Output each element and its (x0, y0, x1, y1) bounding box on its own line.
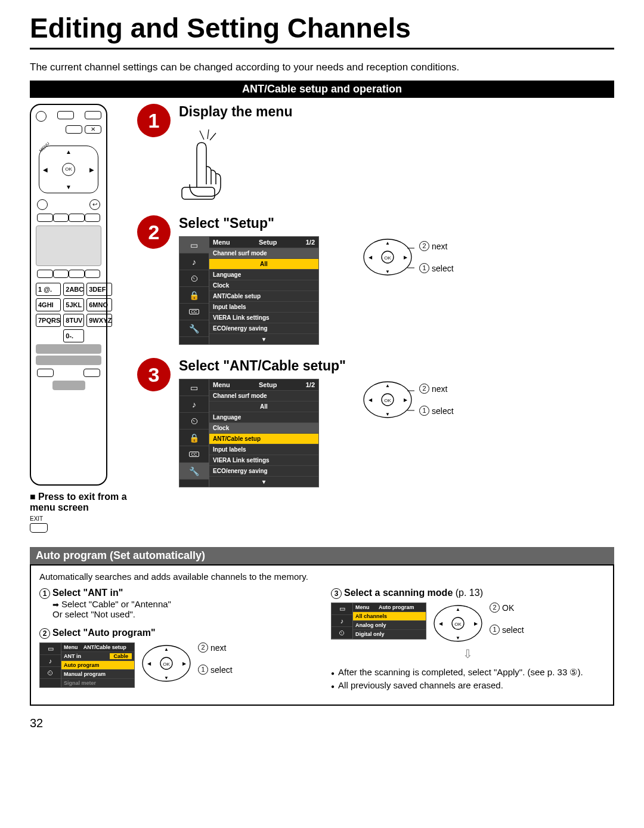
step-1-title: Display the menu (179, 104, 614, 120)
timer-icon: ⏲ (40, 667, 61, 679)
svg-text:◀: ◀ (369, 397, 373, 403)
svg-text:◀: ◀ (369, 255, 373, 260)
setup-icon: 🔧 (179, 320, 209, 337)
svg-text:▶: ▶ (182, 661, 187, 666)
svg-text:◀: ◀ (147, 661, 151, 666)
section-bar: ANT/Cable setup and operation (30, 81, 614, 98)
remote-keypad: 1 @.2ABC3DEF 4GHI5JKL6MNO 7PQRS8TUV9WXYZ… (36, 283, 101, 342)
audio-icon: ♪ (332, 615, 352, 627)
setup-icon: 🔧 (179, 463, 209, 480)
dpad-next: next (432, 242, 447, 251)
svg-rect-0 (182, 187, 215, 199)
svg-text:OK: OK (384, 398, 391, 403)
step-3-badge: 3 (137, 358, 171, 391)
substep-1-title: Select "ANT in" (52, 588, 123, 598)
svg-text:▼: ▼ (164, 675, 169, 681)
ant-cable-menu: ▭ ♪ ⏲ MenuANT/Cable setup ANT inCable Au… (39, 642, 135, 688)
auto-program-bar: Auto program (Set automatically) (30, 547, 614, 564)
dpad-icon: OK▲▼◀▶ (361, 379, 414, 421)
timer-icon: ⏲ (332, 627, 352, 639)
picture-icon: ▭ (179, 237, 209, 254)
menu-label: MENU (39, 141, 51, 153)
lock-icon: 🔒 (179, 430, 209, 446)
picture-icon: ▭ (179, 379, 209, 396)
step-2-title: Select "Setup" (179, 215, 614, 231)
cc-icon: CC (179, 304, 209, 320)
page-title: Editing and Setting Channels (30, 12, 614, 50)
svg-text:▶: ▶ (474, 621, 478, 626)
note-1: After the scanning is completed, select … (331, 667, 605, 678)
remote-dpad: MENU ▲▼◀▶ OK (39, 146, 98, 193)
cc-icon: CC (179, 446, 209, 463)
svg-text:◀: ◀ (439, 621, 443, 626)
step-2-badge: 2 (137, 215, 171, 249)
svg-text:OK: OK (384, 255, 391, 261)
substep-2-title: Select "Auto program" (52, 628, 156, 638)
picture-icon: ▭ (40, 643, 61, 655)
down-arrow-icon: ⇩ (331, 647, 605, 661)
auto-program-desc: Automatically searches and adds availabl… (39, 571, 605, 582)
dpad-select: select (432, 264, 454, 273)
svg-text:▲: ▲ (385, 383, 390, 388)
svg-text:▲: ▲ (385, 240, 390, 246)
svg-text:▶: ▶ (404, 397, 408, 403)
setup-menu-panel-2: ▭ ♪ ⏲ 🔒 CC 🔧 MenuSetup1/2 Channel surf m… (179, 379, 319, 487)
dpad-icon: OK▲▼◀▶ (431, 603, 485, 644)
timer-icon: ⏲ (179, 270, 209, 287)
note-2: All previously saved channels are erased… (331, 680, 605, 690)
dpad-icon: OK▲▼◀▶ (140, 642, 193, 684)
svg-text:▼: ▼ (385, 412, 390, 417)
hand-press-icon (179, 125, 233, 202)
svg-text:▶: ▶ (404, 255, 408, 260)
press-exit-note: ■ Press to exit from a menu screen EXIT (30, 492, 131, 535)
audio-icon: ♪ (40, 655, 61, 667)
setup-menu-panel-1: ▭ ♪ ⏲ 🔒 CC 🔧 MenuSetup1/2 Channel surf m… (179, 236, 319, 345)
audio-icon: ♪ (179, 396, 209, 413)
audio-icon: ♪ (179, 254, 209, 270)
auto-program-menu: ▭ ♪ ⏲ MenuAuto program All channels Anal… (331, 603, 426, 639)
page-number: 32 (30, 716, 614, 730)
svg-text:▼: ▼ (385, 269, 390, 274)
svg-text:▲: ▲ (164, 647, 169, 652)
svg-text:OK: OK (163, 662, 170, 667)
substep-3-title: Select a scanning mode (344, 588, 453, 598)
picture-icon: ▭ (332, 603, 352, 615)
step-1-badge: 1 (137, 104, 171, 137)
auto-program-box: Automatically searches and adds availabl… (30, 564, 614, 706)
remote-illustration: ✕ MENU ▲▼◀▶ OK ↩ 1 @.2ABC3DEF 4GHI5JKL6M… (30, 104, 107, 486)
step-3-title: Select "ANT/Cable setup" (179, 358, 614, 374)
timer-icon: ⏲ (179, 413, 209, 430)
lock-icon: 🔒 (179, 287, 209, 304)
svg-text:OK: OK (454, 622, 462, 627)
ok-button: OK (62, 163, 75, 176)
svg-text:▲: ▲ (456, 607, 460, 612)
svg-text:▼: ▼ (456, 635, 460, 641)
intro-text: The current channel settings can be chan… (30, 61, 614, 73)
dpad-icon: OK▲▼◀▶ (361, 236, 414, 278)
